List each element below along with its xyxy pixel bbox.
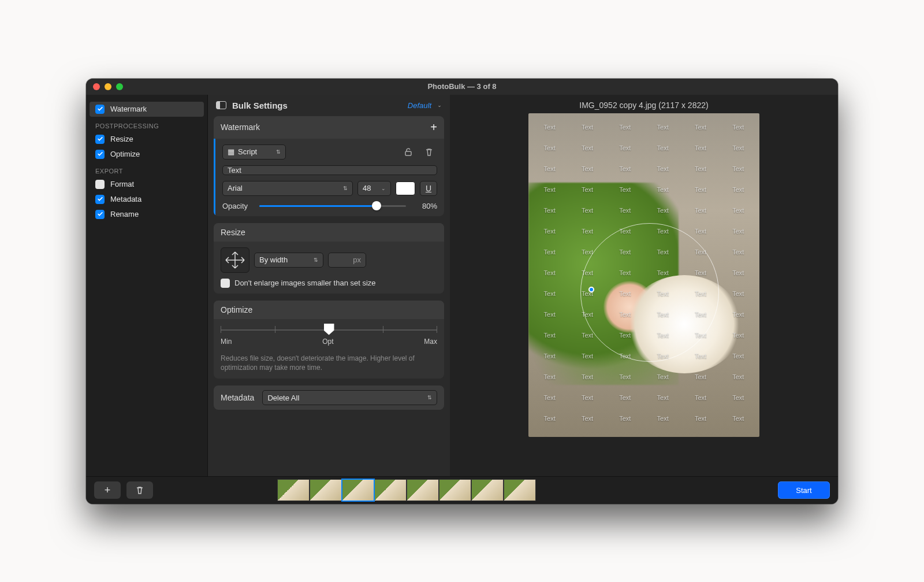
font-select[interactable]: Arial ⇅ [222,181,353,196]
watermark-text-input[interactable]: Text [222,165,437,175]
watermark-text-instance: Text [720,325,757,346]
watermark-text-instance: Text [720,366,757,387]
watermark-text-instance: Text [531,158,568,179]
watermark-text-instance: Text [606,158,644,179]
section-title: Optimize [221,305,252,314]
add-watermark-button[interactable]: + [430,121,437,134]
checkbox-on-icon[interactable] [95,105,105,114]
underline-toggle[interactable]: U [420,181,437,196]
chevron-down-icon: ⌄ [381,186,386,191]
resize-width-input[interactable]: px [328,253,366,268]
watermark-text-instance: Text [568,366,606,387]
thumbnail[interactable] [439,479,471,501]
bulk-settings-panel: Bulk Settings Default ⌄ Watermark + [207,95,450,476]
checkbox-on-icon[interactable] [95,210,105,219]
add-images-button[interactable]: + [94,481,121,499]
sidebar-item-label: Rename [110,210,139,218]
watermark-text-instance: Text [720,158,757,179]
updown-icon: ⇅ [427,395,432,401]
sidebar-item-watermark[interactable]: Watermark [90,102,204,117]
slider-thumb[interactable] [372,201,381,210]
trash-icon[interactable] [421,144,437,160]
watermark-text-instance: Text [531,283,568,304]
watermark-text-instance: Text [568,346,606,366]
watermark-text-instance: Text [681,387,719,408]
metadata-mode-select[interactable]: Delete All ⇅ [262,390,437,405]
thumbnail-strip [277,479,536,501]
watermark-text-instance: Text [531,200,568,221]
watermark-text-instance: Text [606,429,644,437]
start-button[interactable]: Start [778,481,830,499]
watermark-text-instance: Text [606,366,644,387]
checkbox-on-icon[interactable] [95,150,105,159]
watermark-text-instance: Text [531,429,568,437]
app-window: PhotoBulk — 3 of 8 Watermark POSTPROCESS… [86,79,838,504]
checkbox-on-icon[interactable] [95,135,105,144]
sidebar-group-postprocessing: POSTPROCESSING [86,117,207,132]
sidebar-item-optimize[interactable]: Optimize [86,147,207,162]
sidebar-item-label: Format [110,180,134,188]
watermark-text-instance: Text [531,262,568,283]
watermark-text-instance: Text [720,408,757,429]
color-well[interactable] [396,181,415,195]
window-title: PhotoBulk — 3 of 8 [86,82,838,91]
sidebar: Watermark POSTPROCESSING Resize Optimize… [86,95,207,476]
resize-icon [221,247,249,273]
thumbnail[interactable] [504,479,536,501]
watermark-text-instance: Text [531,117,568,138]
watermark-text-instance: Text [644,179,681,200]
watermark-type-select[interactable]: ▦ Script ⇅ [222,144,286,160]
preview-panel: IMG_0952 copy 4.jpg (2117 x 2822) TextTe… [450,95,838,476]
sidebar-item-resize[interactable]: Resize [86,132,207,147]
watermark-text-instance: Text [681,158,719,179]
sidebar-item-metadata[interactable]: Metadata [86,192,207,207]
optimize-slider[interactable]: Min Opt Max [221,325,437,348]
close-window-button[interactable] [93,83,100,90]
bottom-toolbar: + Start [86,476,838,504]
watermark-bounds-circle[interactable] [580,223,719,362]
watermark-text-instance: Text [606,200,644,221]
watermark-text-instance: Text [531,346,568,366]
minimize-window-button[interactable] [105,83,111,90]
watermark-text-instance: Text [531,242,568,262]
watermark-text-instance: Text [681,179,719,200]
preview-title: IMG_0952 copy 4.jpg (2117 x 2822) [450,95,838,113]
resize-mode-select[interactable]: By width ⇅ [254,253,323,268]
preview-image[interactable]: TextTextTextTextTextTextTextTextTextText… [528,113,759,437]
opacity-slider[interactable] [259,205,406,207]
thumbnail[interactable] [407,479,439,501]
unlock-icon[interactable] [400,144,416,160]
updown-icon: ⇅ [343,186,348,191]
slider-thumb[interactable] [324,324,334,335]
thumbnail[interactable] [277,479,310,501]
watermark-text-instance: Text [531,387,568,408]
panels-icon[interactable] [216,101,226,109]
thumbnail[interactable] [310,479,342,501]
watermark-anchor-handle[interactable] [588,287,594,292]
font-size-select[interactable]: 48 ⌄ [357,181,391,196]
preset-dropdown[interactable]: Default ⌄ [408,101,442,110]
sidebar-item-format[interactable]: Format [86,177,207,192]
watermark-text-instance: Text [531,221,568,242]
checkbox-on-icon[interactable] [95,195,105,204]
checkbox-off-icon[interactable] [95,180,105,189]
opacity-label: Opacity [222,202,255,210]
watermark-text-instance: Text [720,304,757,325]
watermark-text-instance: Text [720,346,757,366]
remove-image-button[interactable] [126,481,153,499]
optimize-min-label: Min [221,338,232,346]
fullscreen-window-button[interactable] [116,83,123,90]
optimize-opt-label: Opt [322,338,333,346]
chevron-down-icon: ⌄ [437,102,442,108]
sidebar-item-rename[interactable]: Rename [86,207,207,222]
watermark-text-instance: Text [606,117,644,138]
thumbnail[interactable] [374,479,407,501]
sidebar-item-label: Optimize [110,150,140,158]
no-enlarge-checkbox[interactable] [221,279,230,288]
watermark-text-instance: Text [681,429,719,437]
watermark-text-instance: Text [644,200,681,221]
thumbnail-selected[interactable] [342,479,374,501]
watermark-text-instance: Text [644,158,681,179]
thumbnail[interactable] [471,479,504,501]
sidebar-item-label: Resize [110,135,133,143]
